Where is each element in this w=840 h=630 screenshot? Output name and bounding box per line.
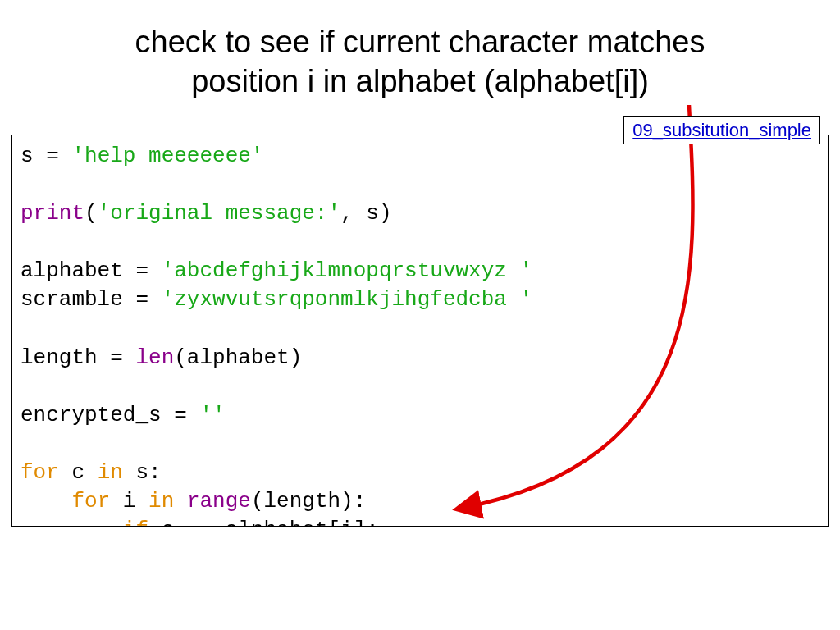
code-string: 'zyxwvutsrqponmlkjihgfedcba ' <box>162 287 532 312</box>
reference-link[interactable]: 09_subsitution_simple <box>632 120 811 140</box>
code-token: encrypted_s = <box>21 403 199 427</box>
code-func: range <box>187 489 251 514</box>
code-token: (length): <box>251 489 366 514</box>
code-indent <box>21 518 123 527</box>
code-token: length = <box>21 345 135 370</box>
title-line-2: position i in alphabet (alphabet[i]) <box>191 64 649 98</box>
code-token: , s) <box>340 201 391 226</box>
code-token: (alphabet) <box>174 345 302 370</box>
code-token: ( <box>84 201 98 226</box>
code-keyword: for <box>71 489 110 514</box>
code-keyword: in <box>98 460 123 485</box>
code-string: 'original message:' <box>98 201 340 226</box>
code-string: '' <box>199 403 225 427</box>
code-token <box>174 489 187 514</box>
slide-title: check to see if current character matche… <box>0 0 840 116</box>
code-string: 'abcdefghijklmnopqrstuvwxyz ' <box>162 258 532 283</box>
code-indent <box>21 489 71 514</box>
code-sample: s = 'help meeeeeee' print('original mess… <box>11 135 829 527</box>
code-token: c <box>59 460 98 485</box>
code-token: s = <box>21 144 71 168</box>
reference-link-box: 09_subsitution_simple <box>623 116 820 144</box>
code-keyword: if <box>123 518 148 527</box>
code-keyword: for <box>21 460 59 485</box>
code-token: alphabet = <box>21 258 162 283</box>
code-token: c == alphabet[i]: <box>148 518 379 527</box>
code-token: s: <box>123 460 162 485</box>
code-keyword: in <box>148 489 174 514</box>
code-func: len <box>135 345 174 370</box>
code-func: print <box>21 201 84 226</box>
code-token: scramble = <box>21 287 162 312</box>
code-string: 'help meeeeeee' <box>71 144 263 168</box>
title-line-1: check to see if current character matche… <box>135 25 705 59</box>
code-token: i <box>110 489 148 514</box>
